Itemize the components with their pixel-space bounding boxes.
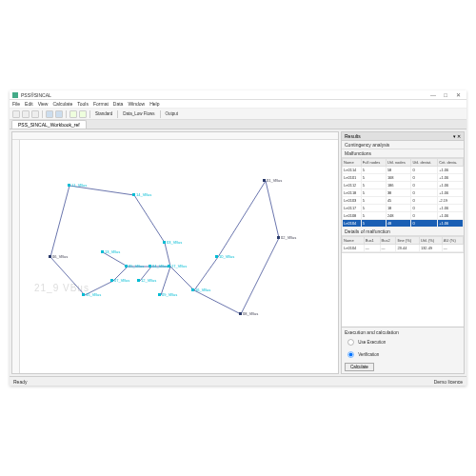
bus-node[interactable]: 13_VBus [101, 249, 120, 254]
col-header[interactable]: ΔU (%) [442, 237, 463, 245]
tool-pan-icon[interactable] [79, 110, 87, 118]
bus-node[interactable]: 06_VBus [49, 254, 68, 259]
calc-opt1[interactable]: Use Execution [345, 336, 461, 348]
table-row[interactable]: Ln0104——23.44132.49— [343, 245, 464, 252]
toolbar-standard-label[interactable]: Standard [93, 111, 114, 116]
bus-node[interactable]: 09_VBus [158, 292, 177, 297]
col-header[interactable]: Util. nodes [386, 159, 411, 167]
svg-line-1 [134, 195, 165, 243]
results-section1: Malfunctions [342, 149, 464, 158]
svg-line-13 [194, 290, 241, 314]
minimize-button[interactable]: — [427, 91, 439, 99]
maximize-button[interactable]: □ [440, 91, 451, 99]
menu-view[interactable]: View [38, 101, 49, 107]
diagram-pane: 21_9 VBus 11_VBus14_VBus03_VBus13_VBus05… [11, 131, 339, 374]
col-header[interactable]: Crit. devia. [438, 159, 464, 167]
table-row[interactable]: Ln011251860+1.06 [343, 182, 464, 189]
tool-redo-icon[interactable] [55, 110, 63, 118]
col-header[interactable]: Util. deviat. [411, 159, 438, 167]
bus-node[interactable]: 05_VBus [125, 264, 144, 268]
body: 21_9 VBus 11_VBus14_VBus03_VBus13_VBus05… [10, 129, 466, 376]
menu-data[interactable]: Data [113, 101, 124, 107]
menu-edit[interactable]: Edit [25, 101, 33, 107]
panel-menu-icon[interactable]: ▾ ✕ [453, 133, 461, 139]
toolbar-separator [160, 110, 161, 118]
toolbar-separator [42, 110, 43, 118]
menu-help[interactable]: Help [149, 101, 159, 107]
toolbar: Standard Data_Low Flows Output [10, 109, 466, 120]
bus-node[interactable]: 12_VBus [137, 278, 156, 283]
menu-window[interactable]: Window [128, 101, 145, 107]
window-title: PSS®SINCAL [21, 92, 427, 98]
svg-line-10 [218, 181, 266, 257]
bus-node[interactable]: 15_VBus [82, 292, 101, 297]
tab-workbook[interactable]: PSS_SINCAL_Workbook_ref [11, 120, 87, 129]
tool-undo-icon[interactable] [46, 110, 53, 118]
table-row[interactable]: Ln01185380+1.06 [343, 189, 464, 197]
menu-tools[interactable]: Tools [77, 101, 89, 107]
tool-new-icon[interactable] [12, 110, 20, 118]
table-row[interactable]: Ln01145580+1.06 [343, 167, 464, 174]
svg-line-9 [194, 257, 218, 290]
table-row[interactable]: Ln010852480+1.06 [343, 212, 464, 220]
toolbar-separator [117, 110, 118, 118]
svg-line-11 [266, 181, 279, 238]
col-header[interactable]: Iline (%) [396, 237, 420, 245]
menu-format[interactable]: Format [93, 101, 109, 107]
col-header[interactable]: Util. (%) [419, 237, 442, 245]
results-header: Results ▾ ✕ [342, 132, 464, 141]
app-window: PSS®SINCAL — □ ✕ File Edit View Calculat… [10, 90, 466, 386]
tool-save-icon[interactable] [31, 110, 39, 118]
results-subtitle: Contingency analysis [342, 141, 464, 149]
menu-file[interactable]: File [12, 101, 20, 107]
vertical-ruler [12, 140, 20, 373]
status-left: Ready [13, 379, 27, 385]
bus-node[interactable]: 03_VBus [163, 240, 182, 245]
network-canvas[interactable]: 21_9 VBus 11_VBus14_VBus03_VBus13_VBus05… [20, 140, 338, 373]
toolbar-datalowflows-label[interactable]: Data_Low Flows [121, 111, 156, 116]
close-button[interactable]: ✕ [452, 91, 464, 99]
app-icon [12, 92, 18, 98]
tool-open-icon[interactable] [22, 110, 30, 118]
statusbar: Ready Demo licence [10, 376, 466, 386]
menu-calculate[interactable]: Calculate [52, 101, 72, 107]
table-row[interactable]: Ln01045480+1.06 [343, 220, 464, 228]
toolbar-separator [89, 110, 90, 118]
bus-node[interactable]: 01_VBus [263, 178, 282, 183]
bus-node[interactable]: 16_VBus [191, 288, 210, 292]
table-row[interactable]: Ln010151680+1.06 [343, 174, 464, 182]
results-panel: Results ▾ ✕ Contingency analysis Malfunc… [341, 131, 465, 374]
menubar: File Edit View Calculate Tools Format Da… [10, 100, 466, 109]
bus-node[interactable]: 17_VBus [168, 264, 187, 268]
calc-opt2[interactable]: Verification [345, 348, 461, 361]
document-tabbar: PSS_SINCAL_Workbook_ref [10, 120, 466, 129]
titlebar: PSS®SINCAL — □ ✕ [10, 90, 466, 100]
col-header[interactable]: Name [343, 159, 362, 167]
bus-node[interactable]: 08_VBus [239, 311, 258, 316]
svg-line-12 [241, 238, 279, 314]
calculate-button[interactable]: Calculate [345, 363, 374, 371]
details-table[interactable]: NameBus1Bus2Iline (%)Util. (%)ΔU (%) Ln0… [342, 236, 464, 252]
toolbar-separator [66, 110, 67, 118]
col-header[interactable]: Bus2 [380, 237, 396, 245]
bus-node[interactable]: 04_VBus [149, 264, 168, 268]
status-right: Demo licence [434, 379, 463, 385]
col-header[interactable]: Bus1 [364, 237, 380, 245]
tool-zoom-icon[interactable] [69, 110, 77, 118]
col-header[interactable]: Full nodes [361, 159, 386, 167]
table-row[interactable]: Ln01175180+1.06 [343, 205, 464, 212]
results-title: Results [345, 133, 361, 139]
bus-node[interactable]: 07_VBus [110, 278, 129, 283]
bus-node[interactable]: 10_VBus [215, 254, 234, 259]
results-section2: Details of malfunction [342, 228, 464, 236]
col-header[interactable]: Name [343, 237, 365, 245]
svg-line-3 [50, 257, 85, 295]
bus-node[interactable]: 11_VBus [68, 183, 87, 188]
toolbar-output-label[interactable]: Output [164, 111, 181, 116]
window-controls: — □ ✕ [427, 91, 464, 99]
table-row[interactable]: Ln01035450-2.19 [343, 197, 464, 205]
bus-node[interactable]: 02_VBus [277, 235, 296, 240]
calc-title: Execution and calculation [345, 329, 461, 335]
bus-node[interactable]: 14_VBus [132, 192, 151, 197]
malfunctions-table[interactable]: NameFull nodesUtil. nodesUtil. deviat.Cr… [342, 158, 464, 228]
